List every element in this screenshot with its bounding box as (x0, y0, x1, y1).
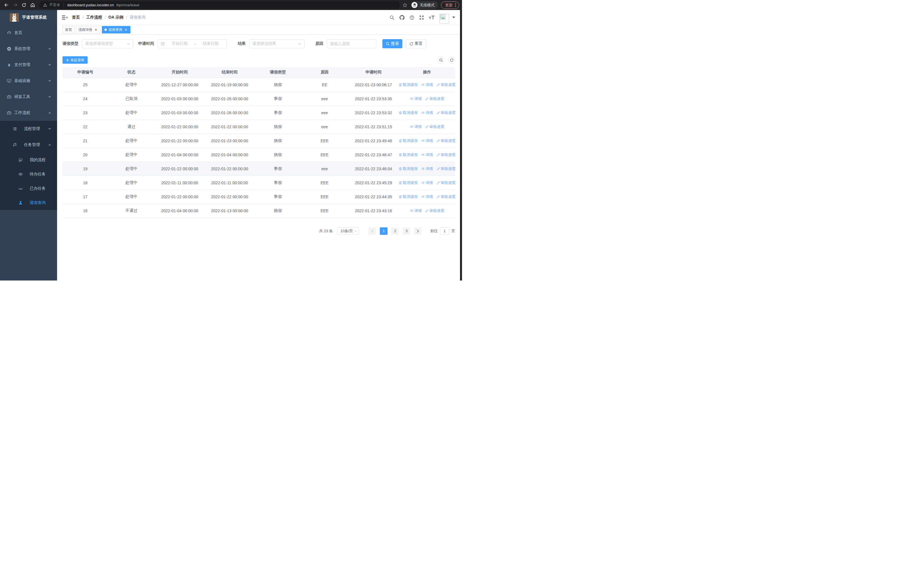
detail-action-link[interactable]: 详情 (421, 180, 433, 185)
page-scrollbar[interactable] (460, 10, 462, 281)
fullscreen-icon[interactable] (419, 15, 424, 20)
forward-icon[interactable] (13, 3, 18, 8)
reload-icon[interactable] (22, 3, 26, 8)
action-label: 详情 (426, 82, 433, 87)
cancel-action-link[interactable]: 取消请假 (399, 194, 418, 199)
goto-page-input[interactable] (440, 227, 449, 235)
sidebar-item-流程管理[interactable]: 流程管理 (0, 121, 57, 137)
header-search-icon[interactable] (390, 15, 394, 20)
page-button-3[interactable]: 3 (403, 227, 410, 235)
avatar[interactable] (440, 14, 449, 23)
tab-请假查询[interactable]: 请假查询✕ (102, 26, 130, 33)
help-icon[interactable] (410, 15, 414, 20)
progress-action-link[interactable]: 审批进度 (436, 194, 456, 199)
close-icon[interactable]: ✕ (124, 28, 128, 32)
sidebar-toggle-icon[interactable] (62, 15, 70, 20)
cell-apply_time: 2022-01-22 23:51:15 (348, 120, 399, 134)
sidebar-item-label: 研发工具 (14, 94, 30, 99)
detail-action-link[interactable]: 详情 (421, 82, 433, 87)
result-select[interactable]: 请选择流结果 (249, 39, 304, 48)
progress-action-link[interactable]: 审批进度 (436, 152, 456, 157)
bookmark-star-icon[interactable] (403, 3, 407, 8)
cancel-action-link[interactable]: 取消请假 (399, 180, 418, 185)
next-page-button[interactable] (414, 227, 422, 235)
apply-time-range-picker[interactable]: 开始日期 - 结束日期 (158, 39, 227, 48)
hide-search-icon[interactable] (438, 57, 445, 64)
progress-action-link[interactable]: 审批进度 (436, 180, 456, 185)
progress-action-link[interactable]: 审批进度 (436, 82, 456, 87)
cancel-action-link[interactable]: 取消请假 (399, 152, 418, 157)
progress-action-link[interactable]: 审批进度 (436, 110, 456, 116)
address-bar[interactable]: 不安全 dashboard.yudao.iocoder.cn/bpm/oa/le… (39, 1, 400, 9)
back-icon[interactable] (4, 3, 9, 8)
detail-action-link[interactable]: 详情 (421, 110, 433, 116)
sidebar-item-任务管理[interactable]: 任务管理 (0, 137, 57, 153)
progress-action-link[interactable]: 审批进度 (425, 208, 444, 214)
create-leave-button[interactable]: 发起请假 (63, 56, 88, 64)
browser-toolbar: 不安全 dashboard.yudao.iocoder.cn/bpm/oa/le… (0, 0, 462, 10)
incognito-icon (411, 2, 417, 8)
home-icon[interactable] (30, 3, 35, 8)
cell-apply_time: 2022-01-22 23:46:04 (348, 162, 399, 176)
detail-action-link[interactable]: 详情 (421, 194, 433, 199)
detail-action-link[interactable]: 详情 (410, 96, 422, 101)
update-button[interactable]: 更新 (441, 2, 459, 9)
sidebar-item-待办任务[interactable]: 待办任务 (0, 167, 57, 181)
detail-action-link[interactable]: 详情 (410, 208, 422, 214)
cell-id: 22 (63, 120, 108, 134)
cell-reason: EEE (302, 176, 348, 190)
progress-action-link[interactable]: 审批进度 (436, 138, 456, 143)
not-secure-warning-icon (43, 3, 47, 7)
tab-label: 首页 (65, 27, 72, 32)
sidebar-item-我的流程[interactable]: 我的流程 (0, 153, 57, 167)
sidebar-item-支付管理[interactable]: ¥支付管理 (0, 57, 57, 73)
detail-action-link[interactable]: 详情 (421, 138, 433, 143)
reset-button[interactable]: 重置 (406, 39, 426, 48)
sidebar-item-研发工具[interactable]: 研发工具 (0, 89, 57, 105)
cancel-action-link[interactable]: 取消请假 (399, 82, 418, 87)
sidebar-item-基础设施[interactable]: 基础设施 (0, 73, 57, 89)
page-size-select[interactable]: 10条/页 (337, 227, 359, 235)
font-size-icon[interactable] (429, 15, 435, 20)
detail-action-link[interactable]: 详情 (421, 166, 433, 171)
table-row: 25处理中2021-12-27 00:00:002022-01-19 00:00… (63, 78, 455, 92)
avatar-dropdown-icon[interactable] (452, 17, 455, 18)
breadcrumb-item[interactable]: OA 示例 (108, 15, 123, 20)
cell-end: 2022-01-11 00:00:00 (205, 176, 255, 190)
reason-input[interactable] (330, 41, 373, 46)
page-button-2[interactable]: 2 (391, 227, 399, 235)
progress-action-link[interactable]: 审批进度 (425, 124, 444, 129)
cell-reason: eee (302, 92, 348, 106)
browser-menu-icon[interactable] (455, 3, 456, 7)
sidebar-item-系统管理[interactable]: 系统管理 (0, 41, 57, 57)
refresh-table-icon[interactable] (448, 57, 455, 64)
sidebar-item-工作流程[interactable]: 工作流程 (0, 105, 57, 121)
detail-action-link[interactable]: 详情 (410, 124, 422, 129)
progress-action-link[interactable]: 审批进度 (436, 166, 456, 171)
sidebar-item-请假查询[interactable]: 请假查询 (0, 196, 57, 210)
search-button[interactable]: 搜索 (382, 39, 402, 48)
progress-action-link[interactable]: 审批进度 (425, 96, 444, 101)
sidebar-item-首页[interactable]: 首页 (0, 25, 57, 41)
sidebar-item-已办任务[interactable]: 已办任务 (0, 181, 57, 196)
prev-page-button[interactable] (368, 227, 376, 235)
breadcrumb-item[interactable]: 工作流程 (86, 15, 102, 20)
action-label: 详情 (426, 166, 433, 171)
close-icon[interactable]: ✕ (94, 28, 98, 32)
github-icon[interactable] (399, 15, 405, 20)
page-size-value: 10条/页 (340, 229, 353, 234)
page-button-1[interactable]: 1 (380, 227, 387, 235)
tab-流程详情[interactable]: 流程详情✕ (76, 26, 100, 33)
detail-action-link[interactable]: 详情 (421, 152, 433, 157)
cancel-action-link[interactable]: 取消请假 (399, 166, 418, 171)
cell-status: 处理中 (108, 176, 155, 190)
cancel-action-link[interactable]: 取消请假 (399, 110, 418, 116)
cancel-action-link[interactable]: 取消请假 (399, 138, 418, 143)
cell-id: 19 (63, 162, 108, 176)
breadcrumb-item[interactable]: 首页 (72, 15, 80, 20)
leave-type-select[interactable]: 请选择请假类型 (82, 39, 133, 48)
cell-id: 21 (63, 134, 108, 148)
task-node-icon (12, 143, 17, 147)
tab-首页[interactable]: 首页 (63, 26, 75, 33)
cell-start: 2022-01-11 00:00:00 (154, 176, 205, 190)
